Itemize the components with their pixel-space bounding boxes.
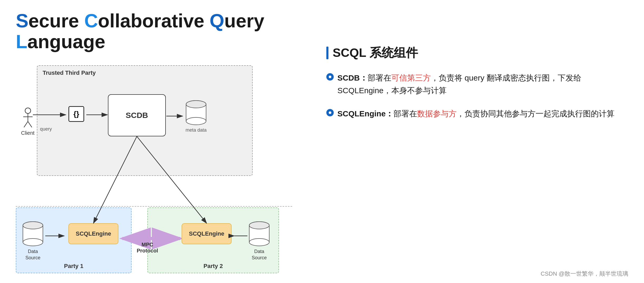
trusted-label: Trusted Third Party [43, 69, 96, 76]
svg-line-3 [24, 122, 28, 127]
svg-point-26 [249, 239, 269, 246]
client-figure: Client [21, 107, 34, 136]
scdb-text1: 部署在 [368, 73, 391, 82]
title-uery: uery [224, 10, 264, 31]
title-c: C [84, 10, 98, 31]
section-divider [16, 206, 292, 207]
scdb-bullet-text: SCDB：部署在可信第三方，负责将 query 翻译成密态执行图，下发给 SCQ… [337, 72, 628, 97]
scdb-bullet-item: SCDB：部署在可信第三方，负责将 query 翻译成密态执行图，下发给 SCQ… [326, 72, 628, 97]
title-s: S [16, 10, 28, 31]
diagram-area: Trusted Third Party Client [16, 65, 305, 275]
ds1-to-engine1-arrow [45, 233, 69, 239]
client-label: Client [21, 130, 34, 136]
svg-point-17 [23, 239, 43, 246]
bullet-dot-inner [329, 76, 331, 78]
title-ecure: ecure [28, 10, 84, 31]
scdb-red-text: 可信第三方 [391, 73, 431, 82]
client-to-code-arrow [33, 112, 70, 117]
svg-point-0 [25, 108, 31, 113]
scdb-label: SCDB [126, 111, 148, 120]
title-anguage: anguage [27, 31, 105, 52]
title-q: Q [209, 10, 224, 31]
svg-line-4 [28, 122, 32, 127]
page-title: Secure Collaborative Query Language [16, 11, 305, 52]
query-label: query [40, 126, 52, 132]
title-l: L [16, 31, 27, 52]
svg-point-27 [249, 222, 269, 229]
engine-bullet-dot-inner [329, 111, 331, 114]
svg-point-13 [186, 117, 206, 125]
engine-bullet-dot [326, 109, 334, 116]
svg-point-18 [23, 222, 43, 229]
party2-label: Party 2 [203, 263, 223, 270]
watermark: CSDN @散一世繁华，颠半世琉璃 [541, 270, 628, 278]
data-source-party1: DataSource [21, 221, 45, 261]
blue-bar-accent [326, 47, 328, 59]
data-source-party2: DataSource [247, 221, 271, 261]
scdb-bullet-title: SCDB： [337, 73, 368, 82]
meta-data-label: meta data [186, 127, 207, 133]
ds-party2-label: DataSource [252, 249, 267, 261]
svg-point-14 [186, 101, 206, 108]
ds-party1-cylinder-icon [21, 221, 45, 247]
engine-bullet-title: SCQLEngine： [337, 109, 393, 118]
scql-engine-party2-label: SCQLEngine [189, 230, 224, 237]
section-title-container: SCQL 系统组件 [326, 45, 628, 61]
scql-engine-party2-box: SCQLEngine [182, 223, 232, 244]
ds-party1-label: DataSource [25, 249, 40, 261]
mpc-protocol-label: MPCProtocol [130, 242, 164, 254]
meta-data-cylinder: meta data [184, 100, 208, 133]
code-icon-box: {} [68, 106, 84, 122]
engine-red-text: 数据参与方 [417, 109, 457, 118]
scdb-bullet-dot [326, 73, 334, 81]
code-icon: {} [73, 110, 79, 118]
ds-party2-cylinder-icon [247, 221, 271, 247]
engine-text2: ，负责协同其他参与方一起完成执行图的计算 [457, 109, 615, 118]
main-container: Secure Collaborative Query Language Trus… [0, 0, 644, 283]
party1-label: Party 1 [64, 263, 83, 270]
engine-bullet-text: SCQLEngine：部署在数据参与方，负责协同其他参与方一起完成执行图的计算 [337, 107, 615, 120]
meta-cylinder-icon [184, 100, 208, 126]
left-panel: Secure Collaborative Query Language Trus… [16, 11, 305, 275]
scdb-box: SCDB [108, 94, 166, 136]
engine-bullet-item: SCQLEngine：部署在数据参与方，负责协同其他参与方一起完成执行图的计算 [326, 107, 628, 120]
client-stick-figure-icon [21, 107, 34, 128]
title-ollaborative: ollaborative [98, 10, 209, 31]
ds2-to-engine2-arrow [233, 233, 249, 239]
scql-engine-party1-box: SCQLEngine [68, 223, 118, 244]
right-panel: SCQL 系统组件 SCDB：部署在可信第三方，负责将 query 翻译成密态执… [305, 11, 628, 275]
scql-engine-party1-label: SCQLEngine [76, 230, 111, 237]
engine-text1: 部署在 [393, 109, 417, 118]
section-title-text: SCQL 系统组件 [333, 45, 418, 61]
